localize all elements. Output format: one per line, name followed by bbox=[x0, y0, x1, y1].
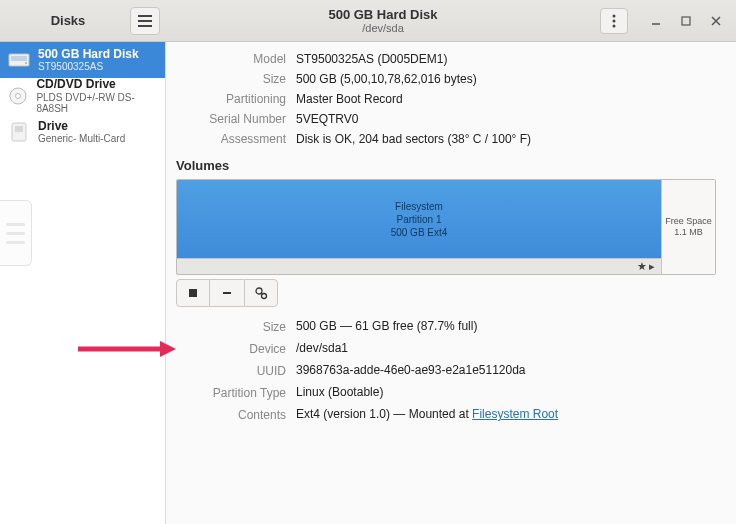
hdd-icon bbox=[8, 50, 30, 70]
part-size-label: Size bbox=[176, 319, 286, 334]
sidebar-item-label: CD/DVD Drive bbox=[36, 78, 157, 91]
content-pane: Model ST9500325AS (D005DEM1) Size 500 GB… bbox=[166, 42, 736, 524]
svg-rect-10 bbox=[15, 126, 23, 132]
part-device-value: /dev/sda1 bbox=[296, 341, 716, 356]
partitioning-label: Partitioning bbox=[176, 92, 286, 106]
svg-point-0 bbox=[613, 14, 616, 17]
assessment-value: Disk is OK, 204 bad sectors (38° C / 100… bbox=[296, 132, 716, 146]
volume-toolbar bbox=[176, 279, 716, 307]
gears-icon bbox=[254, 286, 268, 300]
part-contents-label: Contents bbox=[176, 407, 286, 422]
volume-partition-1[interactable]: Filesystem Partition 1 500 GB Ext4 ★ ▸ bbox=[177, 180, 661, 274]
sidebar-item-sublabel: PLDS DVD+/-RW DS-8A8SH bbox=[36, 92, 157, 114]
sidebar-item-label: Drive bbox=[38, 120, 125, 133]
size-label: Size bbox=[176, 72, 286, 86]
headerbar: Disks 500 GB Hard Disk /dev/sda bbox=[0, 0, 736, 42]
sidebar-item-hdd[interactable]: 500 GB Hard DiskST9500325AS bbox=[0, 42, 165, 78]
part-uuid-value: 3968763a-adde-46e0-ae93-e2a1e51120da bbox=[296, 363, 716, 378]
partition-options-button[interactable] bbox=[244, 279, 278, 307]
delete-partition-button[interactable] bbox=[210, 279, 244, 307]
card-reader-icon bbox=[8, 122, 30, 142]
sidebar-item-sublabel: ST9500325AS bbox=[38, 61, 139, 72]
drive-menu-button[interactable] bbox=[600, 8, 628, 34]
partitioning-value: Master Boot Record bbox=[296, 92, 716, 106]
part-device-label: Device bbox=[176, 341, 286, 356]
minimize-button[interactable] bbox=[642, 8, 670, 34]
sidebar-item-cardreader[interactable]: DriveGeneric- Multi-Card bbox=[0, 114, 165, 150]
filesystem-root-link[interactable]: Filesystem Root bbox=[472, 407, 558, 421]
minimize-icon bbox=[651, 16, 661, 26]
sidebar-item-label: 500 GB Hard Disk bbox=[38, 48, 139, 61]
app-title: Disks bbox=[6, 13, 130, 28]
part-contents-value: Ext4 (version 1.0) — Mounted at Filesyst… bbox=[296, 407, 716, 422]
unmount-button[interactable] bbox=[176, 279, 210, 307]
svg-point-2 bbox=[613, 24, 616, 27]
disk-info-grid: Model ST9500325AS (D005DEM1) Size 500 GB… bbox=[176, 52, 716, 146]
part-type-value: Linux (Bootable) bbox=[296, 385, 716, 400]
main-area: 500 GB Hard DiskST9500325AS CD/DVD Drive… bbox=[0, 42, 736, 524]
free-space-size: 1.1 MB bbox=[674, 227, 703, 238]
sidebar-item-cddvd[interactable]: CD/DVD DrivePLDS DVD+/-RW DS-8A8SH bbox=[0, 78, 165, 114]
close-button[interactable] bbox=[702, 8, 730, 34]
headerbar-right bbox=[600, 8, 736, 34]
window-title: 500 GB Hard Disk bbox=[166, 7, 600, 22]
hamburger-icon bbox=[138, 15, 152, 27]
volume-footer: ★ ▸ bbox=[177, 258, 661, 274]
svg-point-8 bbox=[16, 94, 21, 99]
volume-free-space[interactable]: Free Space 1.1 MB bbox=[661, 180, 715, 274]
window-subtitle: /dev/sda bbox=[166, 22, 600, 34]
sidebar-item-sublabel: Generic- Multi-Card bbox=[38, 133, 125, 144]
sidebar: 500 GB Hard DiskST9500325AS CD/DVD Drive… bbox=[0, 42, 166, 524]
close-icon bbox=[711, 16, 721, 26]
star-icon: ★ bbox=[637, 260, 647, 273]
svg-point-1 bbox=[613, 19, 616, 22]
app-menu-button[interactable] bbox=[130, 7, 160, 35]
volume-fs-label: Filesystem bbox=[395, 200, 443, 213]
svg-point-13 bbox=[262, 294, 267, 299]
os-dock-stub bbox=[0, 200, 32, 266]
svg-rect-5 bbox=[11, 56, 27, 61]
disc-icon bbox=[8, 86, 28, 106]
headerbar-left: Disks bbox=[0, 7, 166, 35]
part-size-value: 500 GB — 61 GB free (87.7% full) bbox=[296, 319, 716, 334]
model-value: ST9500325AS (D005DEM1) bbox=[296, 52, 716, 66]
free-space-label: Free Space bbox=[665, 216, 712, 227]
minus-icon bbox=[221, 287, 233, 299]
serial-value: 5VEQTRV0 bbox=[296, 112, 716, 126]
chevron-right-icon: ▸ bbox=[649, 260, 655, 273]
part-type-label: Partition Type bbox=[176, 385, 286, 400]
part-uuid-label: UUID bbox=[176, 363, 286, 378]
size-value: 500 GB (5,00,10,78,62,016 bytes) bbox=[296, 72, 716, 86]
volume-partition-label: Filesystem Partition 1 500 GB Ext4 bbox=[177, 180, 661, 258]
kebab-icon bbox=[612, 14, 616, 28]
maximize-icon bbox=[681, 16, 691, 26]
volume-size-label: 500 GB Ext4 bbox=[391, 226, 448, 239]
svg-rect-11 bbox=[189, 289, 197, 297]
svg-point-6 bbox=[25, 62, 27, 64]
serial-label: Serial Number bbox=[176, 112, 286, 126]
maximize-button[interactable] bbox=[672, 8, 700, 34]
assessment-label: Assessment bbox=[176, 132, 286, 146]
model-label: Model bbox=[176, 52, 286, 66]
svg-rect-3 bbox=[682, 17, 690, 25]
headerbar-center: 500 GB Hard Disk /dev/sda bbox=[166, 7, 600, 34]
volumes-heading: Volumes bbox=[176, 158, 716, 173]
stop-icon bbox=[188, 288, 198, 298]
partition-info-grid: Size 500 GB — 61 GB free (87.7% full) De… bbox=[176, 319, 716, 422]
volumes-diagram: Filesystem Partition 1 500 GB Ext4 ★ ▸ F… bbox=[176, 179, 716, 275]
svg-point-12 bbox=[256, 288, 262, 294]
volume-part-label: Partition 1 bbox=[396, 213, 441, 226]
